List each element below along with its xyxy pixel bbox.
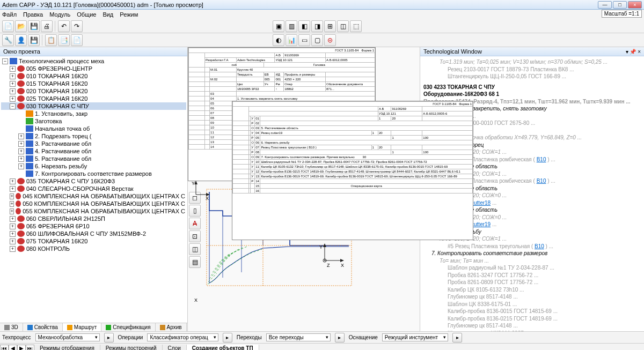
tree-item[interactable]: Заготовка	[35, 118, 62, 124]
tool-icon[interactable]: ◨	[311, 20, 323, 32]
tool-icon[interactable]: ▥	[286, 20, 297, 32]
save-icon[interactable]: 💾	[28, 20, 40, 32]
nav-prev[interactable]: ◀	[9, 345, 17, 350]
tree-item[interactable]: 5. Растачивание обл	[35, 155, 91, 162]
tree-item[interactable]: 1. Установить, закр	[35, 110, 87, 117]
tool-icon[interactable]: ⊞	[324, 20, 336, 32]
stop-icon[interactable]: ⊝	[324, 34, 336, 46]
go-button[interactable]: ▸	[104, 333, 114, 342]
expander-icon[interactable]: +	[18, 163, 24, 169]
tree-item[interactable]: 060 СВЕРЛИЛЬНАЯ 2Н125П	[26, 215, 105, 222]
tree-item[interactable]: 3. Растачивание обл	[35, 140, 91, 147]
close-button[interactable]: ×	[628, 1, 642, 9]
tree-item[interactable]: 020 ТОКАРНАЯ 16К20	[26, 88, 87, 94]
menu-edit[interactable]: Правка	[23, 11, 43, 18]
tree-item[interactable]: 065 ФРЕЗЕРНАЯ 6Р10	[26, 223, 90, 229]
expander-icon[interactable]: +	[10, 178, 16, 184]
tree-item[interactable]: 060 ШЛИФОВАЛЬНАЯ С ЧПУ 3М152МВФ-2	[26, 230, 146, 237]
tool-icon[interactable]: 📄	[71, 34, 83, 46]
go-button[interactable]: ▸	[223, 333, 232, 342]
tool-icon[interactable]: ▭	[298, 34, 310, 46]
equipment-combo[interactable]: Режущий инструмент	[382, 333, 448, 341]
tool-icon[interactable]: ◧	[298, 20, 310, 32]
tool-icon[interactable]: ▣	[273, 20, 284, 32]
expander-icon[interactable]: +	[18, 133, 24, 139]
pin-icon[interactable]: ▾ 📌 ×	[626, 49, 641, 55]
tree-item[interactable]: 045 КОМПЛЕКСНАЯ НА ОБРАБАТЫВАЮЩИХ ЦЕНТРА…	[23, 193, 185, 199]
tree-item[interactable]: 055 КОМПЛЕКСНАЯ НА ОБРАБАТЫВАЮЩИХ ЦЕНТРА…	[23, 208, 185, 214]
tab-archive[interactable]: Архив	[156, 323, 187, 331]
menu-view[interactable]: Вид	[103, 11, 113, 18]
nav-next[interactable]: ▶	[17, 345, 26, 350]
expander-icon[interactable]: +	[10, 73, 16, 79]
menu-module[interactable]: Модуль	[49, 11, 70, 18]
tab-props[interactable]: Свойства	[23, 323, 63, 331]
expander-icon[interactable]: −	[2, 58, 8, 64]
sheet-tab[interactable]: Режимы построений	[100, 345, 163, 350]
expander-icon[interactable]: +	[18, 141, 24, 147]
tab-spec[interactable]: Спецификация	[101, 323, 155, 331]
tool-icon[interactable]: ▢	[311, 34, 323, 46]
expander-icon[interactable]: +	[10, 231, 16, 237]
tree-item[interactable]: 025 ТОКАРНАЯ 16К20	[26, 95, 87, 102]
nav-last[interactable]: ⏭	[26, 345, 34, 350]
expander-icon[interactable]: +	[10, 201, 14, 207]
operations-combo[interactable]: Классификатор операц	[147, 333, 218, 341]
tool-icon[interactable]: ◐	[273, 34, 284, 46]
go-button[interactable]: ▸	[452, 333, 462, 342]
tree-item[interactable]: 015 ТОКАРНАЯ 16К20	[26, 80, 87, 87]
tree-item[interactable]: 050 КОМПЛЕКСНАЯ НА ОБРАБАТЫВАЮЩИХ ЦЕНТРА…	[23, 200, 185, 207]
sheet-tab[interactable]: Создание объектов ТП	[187, 345, 259, 350]
tool-icon[interactable]: ◫	[337, 20, 349, 32]
tool-icon[interactable]: 🔧	[2, 34, 14, 46]
expander-icon[interactable]: +	[10, 224, 16, 229]
tree-item[interactable]: 2. Подрезать торец (	[35, 133, 91, 139]
sheet-tab[interactable]: Режимы отображения	[34, 345, 100, 350]
expander-icon[interactable]: +	[10, 193, 14, 199]
maximize-button[interactable]: □	[613, 1, 627, 9]
expander-icon[interactable]: +	[10, 216, 16, 222]
tree-item[interactable]: 4. Растачивание обл	[35, 148, 91, 154]
tool-icon[interactable]: 👤	[15, 34, 27, 46]
tab-route[interactable]: Маршрут	[63, 323, 102, 331]
transitions-combo[interactable]: Все переходы	[266, 333, 331, 341]
tree-item[interactable]: 040 СЛЕСАРНО-СБОРОЧНАЯ Верстак	[26, 185, 134, 192]
menu-file[interactable]: Файл	[2, 11, 17, 18]
undo-icon[interactable]: ↶	[58, 20, 70, 32]
tree-item[interactable]: 080 КОНТРОЛЬ	[26, 245, 70, 252]
tree-item[interactable]: 035 ТОКАРНАЯ С ЧПУ 16К20Ф3	[26, 178, 115, 184]
expander-icon[interactable]: −	[10, 103, 16, 109]
project-tree[interactable]: −Технологический процесс меха +005 ФРЕЗЕ…	[0, 56, 187, 323]
tree-item[interactable]: 7. Контролировать соответствие размеров	[35, 170, 152, 177]
redo-icon[interactable]: ↷	[71, 20, 83, 32]
expander-icon[interactable]: +	[18, 148, 24, 154]
sheet-tab[interactable]: Слои	[163, 345, 187, 350]
tree-item[interactable]: 075 ТОКАРНАЯ 16К20	[26, 238, 87, 244]
tree-item[interactable]: 005 ФРЕЗЕРНО-ЦЕНТР	[26, 65, 92, 72]
tool-icon[interactable]: 📊	[286, 34, 297, 46]
tree-item[interactable]: 030 ТОКАРНАЯ С ЧПУ	[26, 103, 89, 109]
expander-icon[interactable]: +	[10, 88, 16, 94]
menu-mode[interactable]: Режим	[120, 11, 138, 18]
tab-3d[interactable]: 3D	[0, 323, 23, 331]
expander-icon[interactable]: +	[10, 81, 16, 87]
expander-icon[interactable]: +	[18, 156, 24, 162]
expander-icon[interactable]: +	[10, 66, 16, 72]
tool-icon[interactable]: 📋	[45, 34, 57, 46]
tree-item[interactable]: 6. Нарезать резьбу	[35, 163, 87, 169]
new-icon[interactable]: 📄	[2, 20, 14, 32]
menu-general[interactable]: Общие	[77, 11, 96, 18]
tool-icon[interactable]: ⬚	[350, 20, 362, 32]
expander-icon[interactable]: +	[10, 239, 16, 244]
tool-icon[interactable]: 💾	[28, 34, 40, 46]
nav-first[interactable]: ⏮	[0, 345, 9, 350]
print-icon[interactable]: 🖨	[41, 20, 53, 32]
doc-sheet-2[interactable]: ГОСТ 3.1105-84 Форма 1 А.Б91100269 УЭД 1…	[232, 101, 473, 240]
tree-item[interactable]: Начальная точка об	[35, 125, 90, 132]
expander-icon[interactable]: +	[10, 246, 16, 252]
minimize-button[interactable]: —	[598, 1, 612, 9]
tool-icon[interactable]: 📑	[58, 34, 70, 46]
tree-item[interactable]: 010 ТОКАРНАЯ 16К20	[26, 73, 87, 79]
expander-icon[interactable]: +	[10, 96, 16, 102]
go-button[interactable]: ▸	[335, 333, 345, 342]
